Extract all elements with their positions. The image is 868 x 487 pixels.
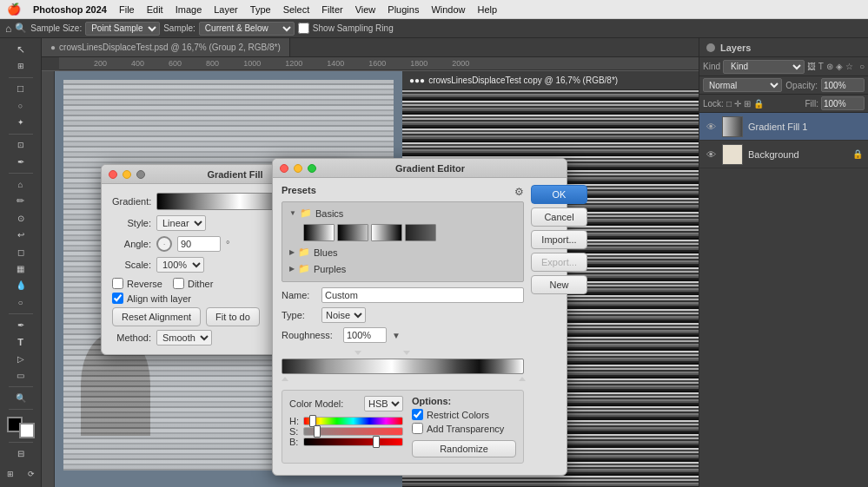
layer-filter-toggle[interactable]: ○ [859,62,865,71]
menu-layer[interactable]: Layer [209,4,243,15]
lock-pixel-icon[interactable]: □ [726,99,732,109]
lock-position-icon[interactable]: ✛ [734,99,741,109]
menu-select[interactable]: Select [278,4,315,15]
layer-filter-icon-3[interactable]: ⊛ [826,62,833,71]
tab-document-1[interactable]: ● crowsLinesDisplaceTest.psd @ 16,7% (Gr… [42,38,290,56]
menu-window[interactable]: Window [426,4,470,15]
ge-group-basics-header[interactable]: ▼ 📁 Basics [286,206,520,220]
menu-help[interactable]: Help [473,4,503,15]
ge-swatch-wb[interactable] [371,224,402,241]
quick-mask-tool[interactable]: ⊟ [11,445,30,460]
menu-plugins[interactable]: Plugins [382,4,424,15]
blend-mode-select[interactable]: Normal [703,78,782,92]
ge-sat-thumb[interactable] [314,425,321,438]
artboard-tool[interactable]: ⊞ [11,58,30,73]
show-sampling-checkbox[interactable] [298,23,309,34]
ge-randomize-btn[interactable]: Randomize [412,440,516,457]
eyedropper-tool[interactable]: ✒ [11,155,30,169]
layer-eye-gradient[interactable]: 👁 [705,121,717,133]
angle-dial[interactable]: · [156,236,172,252]
layer-item-gradient-fill[interactable]: 👁 Gradient Fill 1 [699,113,868,141]
dialog-min-btn[interactable] [123,170,131,179]
screen-mode-btn[interactable]: ⊞ [1,464,20,484]
opacity-input[interactable] [821,78,865,92]
dodge-tool[interactable]: ○ [11,295,30,310]
shape-tool[interactable]: ▭ [11,368,30,383]
ge-stop-top-1[interactable] [354,351,361,355]
path-select-tool[interactable]: ▷ [11,351,30,365]
lock-all-icon[interactable]: 🔒 [753,99,764,109]
layer-filter-icon-5[interactable]: ☆ [845,62,853,71]
lock-artboard-icon[interactable]: ⊞ [744,99,751,109]
fit-to-btn[interactable]: Fit to do [206,307,260,326]
dialog-close-btn[interactable] [109,170,117,179]
menu-type[interactable]: Type [245,4,276,15]
ge-restrict-colors-checkbox[interactable] [412,409,423,420]
menu-edit[interactable]: Edit [142,4,169,15]
menu-file[interactable]: File [114,4,140,15]
healing-tool[interactable]: ⌂ [11,177,30,192]
crop-tool[interactable]: ⊡ [11,137,30,152]
layer-item-background[interactable]: 👁 Background 🔒 [699,141,868,168]
layer-filter-icon-4[interactable]: ◈ [836,62,843,71]
eraser-tool[interactable]: ◻ [11,244,30,259]
fill-input[interactable] [821,96,865,110]
tab-doc1-close[interactable]: ● [50,43,56,52]
ge-ok-btn[interactable]: OK [531,185,587,204]
text-tool[interactable]: T [11,334,30,349]
ge-swatch-bw[interactable] [303,224,335,241]
apple-menu-icon[interactable]: 🍎 [7,3,21,16]
method-select[interactable]: Smooth [156,330,212,346]
background-color[interactable] [19,423,35,438]
brush-tool[interactable]: ✏ [11,194,30,208]
quick-select-tool[interactable]: ✦ [11,115,30,129]
home-icon[interactable]: ⌂ [5,23,11,35]
ge-stop-bottom-2[interactable] [519,377,526,381]
ge-stop-bottom-1[interactable] [282,377,288,381]
eyedropper-icon[interactable]: 🔍 [15,23,27,34]
stamp-tool[interactable]: ⊙ [11,211,30,226]
align-checkbox[interactable] [112,293,123,304]
angle-input[interactable] [177,236,221,252]
ge-cancel-btn[interactable]: Cancel [531,207,587,227]
ge-presets-area[interactable]: ▼ 📁 Basics [282,201,524,282]
blur-tool[interactable]: 💧 [11,278,30,293]
tab-document-2[interactable]: ●●● crowsLinesDisplaceTest copy @ 16,7% … [409,76,618,85]
marquee-tool[interactable]: □ [11,82,30,96]
scale-select[interactable]: 100% [156,257,204,273]
layer-eye-bg[interactable]: 👁 [705,148,717,161]
layers-kind-select[interactable]: Kind [723,60,805,74]
reset-alignment-btn[interactable]: Reset Alignment [112,307,201,326]
ge-new-btn[interactable]: New [531,275,587,294]
layer-filter-icon-2[interactable]: T [818,62,824,71]
style-select[interactable]: Linear [156,215,206,231]
rotate-view-btn[interactable]: ⟳ [22,464,41,484]
layers-close-btn[interactable] [706,43,715,52]
ge-bright-thumb[interactable] [373,436,380,448]
ge-swatch-transparent[interactable] [337,224,368,241]
ge-name-input[interactable] [321,287,524,303]
ge-add-transparency-checkbox[interactable] [412,423,423,434]
menu-filter[interactable]: Filter [316,4,348,15]
menu-view[interactable]: View [350,4,381,15]
ge-export-btn[interactable]: Export... [531,253,587,272]
sample-size-select[interactable]: Point Sample [85,22,160,36]
ge-import-btn[interactable]: Import... [531,230,587,249]
move-tool[interactable]: ↖ [11,42,30,56]
ge-close-btn[interactable] [280,164,288,173]
gradient-tool[interactable]: ▦ [11,261,30,276]
color-swatches[interactable] [7,417,35,438]
ge-min-btn[interactable] [294,164,302,173]
ge-gradient-bar[interactable] [282,359,524,374]
ge-group-purples-header[interactable]: ▶ 📁 Purples [286,261,520,276]
ge-stop-top-2[interactable] [403,351,410,355]
app-name[interactable]: Photoshop 2024 [28,4,112,15]
ge-type-select[interactable]: Noise [321,307,366,323]
ge-bright-slider[interactable] [303,438,403,446]
layer-filter-icon-1[interactable]: 🖼 [807,62,816,71]
ge-max-btn[interactable] [308,164,316,173]
dither-checkbox[interactable] [173,278,184,289]
sample-select[interactable]: Current & Below [199,22,295,36]
pen-tool[interactable]: ✒ [11,318,30,332]
zoom-tool[interactable]: 🔍 [11,391,30,405]
